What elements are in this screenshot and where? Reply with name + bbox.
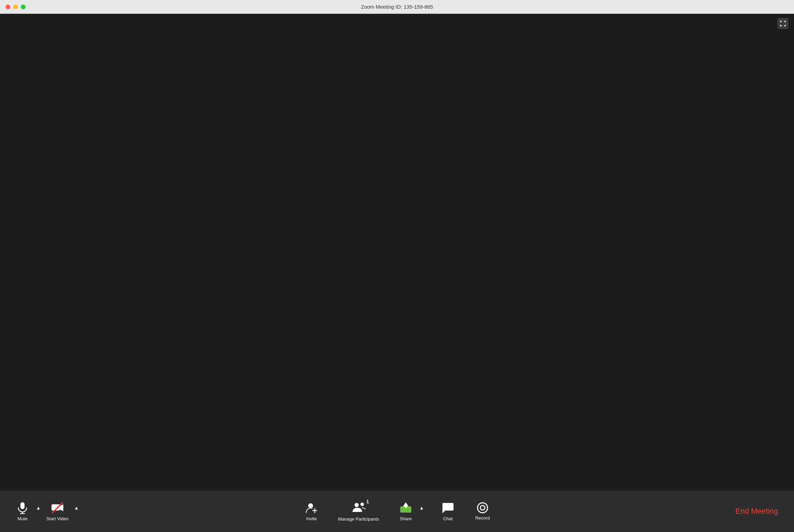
share-icon — [400, 502, 412, 514]
fullscreen-button[interactable] — [777, 18, 788, 29]
minimize-button[interactable] — [13, 4, 18, 9]
share-button[interactable]: Share — [394, 499, 418, 524]
invite-label: Invite — [306, 516, 317, 521]
end-meeting-button[interactable]: End Meeting — [730, 504, 784, 519]
chat-icon — [442, 502, 454, 514]
maximize-button[interactable] — [21, 4, 26, 9]
participants-badge: 1 — [366, 499, 369, 504]
share-group: Share ▲ — [394, 499, 426, 524]
title-bar: Zoom Meeting ID: 135-159-865 — [0, 0, 794, 14]
manage-participants-label: Manage Participants — [338, 516, 379, 522]
mute-group: Mute ▲ — [10, 499, 42, 524]
window-controls — [6, 4, 26, 9]
invite-icon — [305, 502, 318, 514]
invite-button[interactable]: Invite — [299, 499, 323, 524]
chat-button[interactable]: Chat — [436, 499, 460, 524]
svg-point-8 — [355, 503, 359, 507]
toolbar-right: End Meeting — [730, 504, 784, 519]
svg-point-9 — [361, 503, 364, 506]
fullscreen-icon — [780, 20, 786, 27]
record-button[interactable]: Record — [471, 499, 495, 523]
record-label: Record — [475, 515, 490, 521]
start-video-button[interactable]: Start Video — [42, 499, 73, 524]
start-video-label: Start Video — [46, 516, 69, 521]
main-video-area — [0, 14, 794, 490]
close-button[interactable] — [6, 4, 10, 9]
video-chevron-button[interactable]: ▲ — [73, 505, 80, 511]
mute-label: Mute — [18, 516, 28, 521]
manage-participants-button[interactable]: 1 Manage Participants — [334, 498, 383, 524]
svg-rect-0 — [20, 502, 25, 509]
start-video-group: Start Video ▲ — [42, 499, 80, 524]
window-title: Zoom Meeting ID: 135-159-865 — [361, 4, 433, 10]
record-inner-circle — [480, 505, 485, 511]
video-icon-wrapper — [51, 502, 64, 514]
mute-chevron-button[interactable]: ▲ — [35, 505, 42, 511]
share-label: Share — [400, 516, 412, 521]
participants-wrapper: 1 — [352, 501, 366, 514]
mic-icon — [17, 502, 28, 514]
toolbar: Mute ▲ Start Video ▲ — [0, 490, 794, 532]
svg-rect-12 — [405, 504, 407, 508]
chat-label: Chat — [443, 516, 453, 521]
mute-button[interactable]: Mute — [10, 499, 35, 524]
share-chevron-button[interactable]: ▲ — [418, 505, 426, 511]
participants-icon — [352, 501, 366, 513]
record-icon-wrapper — [477, 502, 488, 513]
toolbar-center: Invite 1 Manage Participants — [299, 498, 494, 524]
toolbar-left: Mute ▲ Start Video ▲ — [10, 499, 80, 524]
svg-point-5 — [308, 503, 313, 508]
